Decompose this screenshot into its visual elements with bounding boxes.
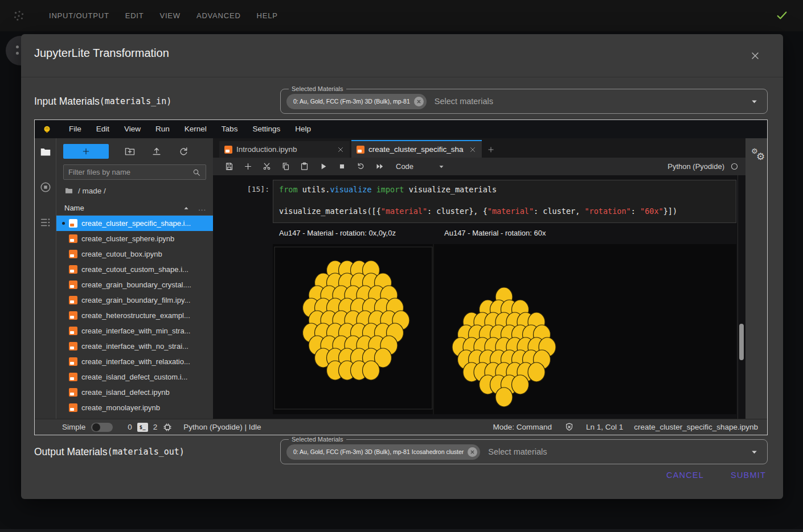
kernels-count[interactable]: 2 (153, 423, 158, 431)
save-icon[interactable] (220, 160, 239, 174)
file-item[interactable]: create_grain_boundary_crystal.... (56, 277, 213, 292)
confirm-check-icon[interactable] (776, 9, 788, 22)
notebook-file-icon (69, 219, 77, 228)
select-materials-placeholder[interactable]: Select materials (435, 97, 493, 106)
jupyter-menu-item-tabs[interactable]: Tabs (214, 120, 245, 138)
notebook-file-icon (69, 250, 77, 258)
app-menu-item-edit[interactable]: EDIT (117, 0, 152, 31)
file-list: create_cluster_specific_shape.i...create… (56, 216, 213, 419)
terminals-count[interactable]: 0 (128, 423, 132, 431)
kernel-status-icon[interactable] (730, 162, 739, 171)
file-browser-actions (109, 146, 189, 157)
cut-cells-icon[interactable] (257, 160, 276, 174)
cancel-button[interactable]: CANCEL (666, 471, 704, 480)
upload-icon[interactable] (151, 146, 162, 157)
jupyter-menu-item-view[interactable]: View (117, 120, 148, 138)
add-cell-icon[interactable] (239, 160, 257, 174)
more-columns[interactable]: ... (198, 204, 206, 212)
notebook-file-icon (357, 146, 364, 154)
notebook-file-icon (69, 296, 77, 304)
submit-button[interactable]: SUBMIT (731, 471, 766, 480)
app-menu-bar: INPUT/OUTPUTEDITVIEWADVANCEDHELP (0, 0, 803, 31)
chevron-down-icon[interactable] (749, 97, 759, 106)
output-caption-right: Au147 - Material - rotation: 60x (444, 229, 546, 237)
file-item[interactable]: create_island_defect_custom.i... (56, 369, 213, 385)
table-of-contents-icon[interactable] (39, 216, 52, 229)
filter-files-box[interactable] (63, 164, 206, 180)
cell-type-select[interactable]: Code (396, 162, 413, 171)
app-menu-item-help[interactable]: HELP (249, 0, 286, 31)
code-cell[interactable]: from utils.visualize import visualize_ma… (273, 180, 736, 223)
jupyter-menu-item-help[interactable]: Help (288, 120, 318, 138)
close-tab-icon[interactable] (337, 146, 345, 154)
simple-mode-toggle[interactable] (91, 423, 113, 432)
chip-remove-icon[interactable] (468, 447, 477, 457)
jupyter-menu-item-kernel[interactable]: Kernel (177, 120, 214, 138)
file-item[interactable]: create_interface_with_min_stra... (56, 323, 213, 339)
selected-materials-legend: Selected Materials (289, 85, 346, 93)
output-caption-left: Au147 - Material - rotation: 0x,0y,0z (279, 229, 396, 237)
file-item[interactable]: create_grain_boundary_film.ipy... (56, 292, 213, 308)
stop-kernel-icon[interactable] (333, 160, 351, 174)
file-item[interactable]: create_cluster_specific_shape.i... (56, 216, 213, 231)
file-item[interactable]: create_cutout_box.ipynb (56, 246, 213, 262)
jupyter-menu-item-run[interactable]: Run (148, 120, 177, 138)
jupyter-menu-item-settings[interactable]: Settings (245, 120, 288, 138)
new-folder-icon[interactable] (124, 146, 136, 157)
paste-cells-icon[interactable] (295, 160, 314, 174)
jupyterlite-widget: FileEditViewRunKernelTabsSettingsHelp (34, 119, 768, 435)
file-item[interactable]: create_interface_with_no_strai... (56, 339, 213, 354)
breadcrumb[interactable]: / made / (64, 186, 205, 195)
file-item[interactable]: create_cluster_sphere.ipynb (56, 231, 213, 246)
notebook-toolbar: Code Python (Pyodide) (213, 158, 745, 175)
input-materials-select[interactable]: Selected Materials 0: Au, Gold, FCC (Fm-… (280, 89, 768, 114)
filter-files-input[interactable] (68, 168, 192, 176)
chip-remove-icon[interactable] (414, 97, 424, 106)
jupyter-left-sidebar (35, 138, 56, 419)
output-materials-label: Output Materials (materials_out) (34, 439, 185, 464)
folder-icon (64, 186, 73, 195)
file-browser-icon[interactable] (39, 146, 52, 158)
select-materials-placeholder[interactable]: Select materials (488, 447, 547, 456)
output-materials-select[interactable]: Selected Materials 0: Au, Gold, FCC (Fm-… (280, 439, 768, 464)
app-menu-item-advanced[interactable]: ADVANCED (189, 0, 249, 31)
right-gutter: ⚙⚙ (745, 138, 767, 419)
search-icon (192, 168, 201, 177)
file-item[interactable]: create_cutout_custom_shape.i... (56, 262, 213, 277)
close-icon[interactable] (749, 50, 761, 61)
jupyter-menu-bar: FileEditViewRunKernelTabsSettingsHelp (35, 120, 767, 138)
file-item[interactable]: create_heterostructure_exampl... (56, 308, 213, 323)
run-cell-icon[interactable] (314, 160, 333, 174)
tab-create-cluster-specific-shape[interactable]: create_cluster_specific_shape.ipynb (351, 140, 482, 158)
material-chip[interactable]: 0: Au, Gold, FCC (Fm-3m) 3D (Bulk), mp-8… (286, 94, 427, 109)
refresh-icon[interactable] (178, 146, 189, 157)
scrollbar-thumb[interactable] (739, 324, 744, 360)
restart-kernel-icon[interactable] (351, 160, 370, 174)
close-tab-icon[interactable] (469, 146, 477, 154)
file-list-header[interactable]: Name ... (56, 201, 213, 216)
kernel-status[interactable]: Python (Pyodide) | Idle (183, 423, 261, 431)
jupyter-menu-item-file[interactable]: File (62, 120, 89, 138)
tab-introduction[interactable]: Introduction.ipynb (219, 141, 350, 158)
notebook-file-icon (69, 388, 77, 397)
copy-cells-icon[interactable] (276, 160, 295, 174)
trust-shield-icon[interactable] (564, 422, 574, 432)
material-chip[interactable]: 0: Au, Gold, FCC (Fm-3m) 3D (Bulk), mp-8… (286, 444, 480, 460)
run-all-icon[interactable] (370, 160, 389, 174)
app-menu-item-view[interactable]: VIEW (151, 0, 188, 31)
chevron-down-icon[interactable] (749, 447, 759, 457)
notebook-file-icon (224, 146, 232, 154)
notebook-toolbar-icons (220, 160, 389, 174)
sort-ascending-icon[interactable] (182, 204, 190, 212)
file-item[interactable]: create_island_defect.ipynb (56, 385, 213, 400)
widget-settings-gears-icon[interactable]: ⚙⚙ (751, 147, 768, 164)
kernel-name[interactable]: Python (Pyodide) (667, 162, 724, 171)
running-sessions-icon[interactable] (39, 181, 52, 193)
jupyter-menu-item-edit[interactable]: Edit (89, 120, 117, 138)
add-tab-button[interactable] (484, 141, 498, 158)
app-menu-item-input-output[interactable]: INPUT/OUTPUT (41, 0, 117, 31)
file-item[interactable]: create_monolayer.ipynb (56, 400, 213, 415)
file-item[interactable]: create_interface_with_relaxatio... (56, 354, 213, 369)
new-launcher-button[interactable] (63, 144, 109, 159)
chevron-down-icon[interactable] (437, 163, 445, 171)
